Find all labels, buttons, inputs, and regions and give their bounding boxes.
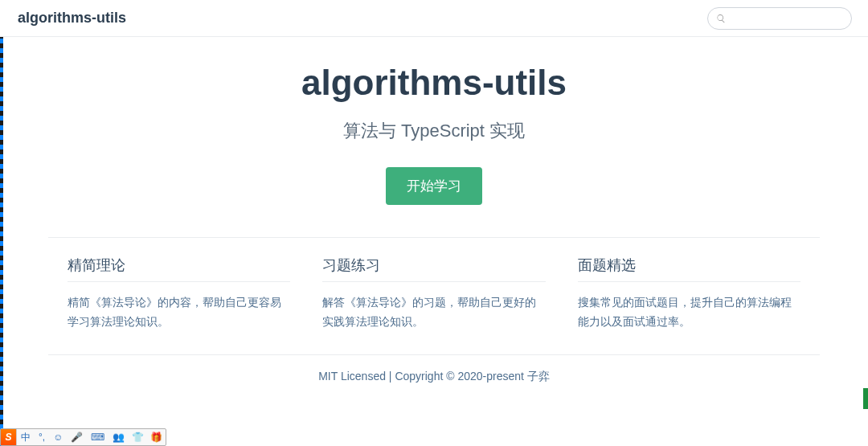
search-box[interactable] <box>707 7 852 30</box>
feature-title: 精简理论 <box>68 256 290 282</box>
ime-logo-icon[interactable]: S <box>1 429 17 445</box>
ime-people-icon[interactable]: 👥 <box>108 432 129 443</box>
feature-card: 精简理论 精简《算法导论》的内容，帮助自己更容易学习算法理论知识。 <box>68 256 290 332</box>
hero-title: algorithms-utils <box>48 63 820 103</box>
feature-title: 面题精选 <box>578 256 800 282</box>
nav-title[interactable]: algorithms-utils <box>18 10 126 27</box>
feature-card: 习题练习 解答《算法导论》的习题，帮助自己更好的实践算法理论知识。 <box>322 256 545 332</box>
ime-mic-icon[interactable]: 🎤 <box>67 432 87 443</box>
search-input[interactable] <box>731 12 843 24</box>
feature-text: 解答《算法导论》的习题，帮助自己更好的实践算法理论知识。 <box>322 293 545 332</box>
features-section: 精简理论 精简《算法导论》的内容，帮助自己更容易学习算法理论知识。 习题练习 解… <box>48 237 820 332</box>
footer-text: MIT Licensed | Copyright © 2020-present … <box>318 370 550 383</box>
feature-card: 面题精选 搜集常见的面试题目，提升自己的算法编程能力以及面试通过率。 <box>578 256 800 332</box>
window-left-edge <box>0 0 3 446</box>
ime-skin-icon[interactable]: 👕 <box>129 432 147 443</box>
hero-description: 算法与 TypeScript 实现 <box>48 119 820 143</box>
scrollbar-indicator[interactable] <box>863 388 868 409</box>
feature-title: 习题练习 <box>322 256 545 282</box>
ime-toolbar[interactable]: S 中 °, ☺ 🎤 ⌨ 👥 👕 🎁 <box>0 428 166 446</box>
navbar: algorithms-utils <box>0 0 868 37</box>
ime-toolbox-icon[interactable]: 🎁 <box>147 432 166 443</box>
ime-lang-toggle[interactable]: 中 <box>17 431 35 444</box>
feature-text: 搜集常见的面试题目，提升自己的算法编程能力以及面试通过率。 <box>578 293 800 332</box>
start-learning-button[interactable]: 开始学习 <box>386 167 482 205</box>
search-icon <box>716 13 726 24</box>
ime-emoji-icon[interactable]: ☺ <box>49 432 67 443</box>
ime-keyboard-icon[interactable]: ⌨ <box>87 432 108 443</box>
ime-punct-toggle[interactable]: °, <box>35 432 49 443</box>
feature-text: 精简《算法导论》的内容，帮助自己更容易学习算法理论知识。 <box>68 293 290 332</box>
footer: MIT Licensed | Copyright © 2020-present … <box>48 354 820 384</box>
